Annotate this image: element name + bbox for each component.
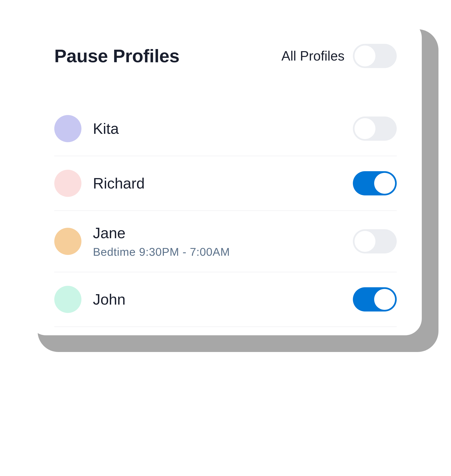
profile-info: Richard — [93, 175, 353, 192]
profile-row: Jane Bedtime 9:30PM - 7:00AM — [54, 211, 397, 272]
avatar — [54, 115, 81, 142]
profile-info: John — [93, 291, 353, 308]
toggle-knob — [355, 45, 376, 66]
profile-row: John — [54, 272, 397, 327]
profile-row: Richard — [54, 156, 397, 211]
profile-name: Jane — [93, 225, 353, 242]
profile-info: Jane Bedtime 9:30PM - 7:00AM — [93, 225, 353, 258]
profile-subtitle: Bedtime 9:30PM - 7:00AM — [93, 245, 353, 258]
avatar — [54, 170, 81, 197]
profile-name: John — [93, 291, 353, 308]
profile-list: Kita Richard Jane Bedtime 9:30PM - 7:00A… — [54, 101, 397, 327]
toggle-knob — [355, 231, 376, 252]
profile-name: Kita — [93, 120, 353, 137]
avatar — [54, 228, 81, 255]
profile-row: Kita — [54, 101, 397, 156]
profile-name: Richard — [93, 175, 353, 192]
toggle-knob — [374, 289, 395, 310]
page-title: Pause Profiles — [54, 45, 180, 67]
profile-toggle[interactable] — [353, 171, 397, 195]
all-profiles-label: All Profiles — [282, 48, 345, 64]
pause-profiles-card: Pause Profiles All Profiles Kita Richard — [29, 21, 422, 335]
header: Pause Profiles All Profiles — [54, 44, 397, 68]
profile-toggle[interactable] — [353, 287, 397, 312]
toggle-knob — [374, 173, 395, 194]
all-profiles-toggle[interactable] — [353, 44, 397, 68]
all-profiles-control: All Profiles — [282, 44, 397, 68]
profile-toggle[interactable] — [353, 117, 397, 141]
profile-info: Kita — [93, 120, 353, 137]
toggle-knob — [355, 118, 376, 139]
profile-toggle[interactable] — [353, 229, 397, 253]
avatar — [54, 286, 81, 313]
